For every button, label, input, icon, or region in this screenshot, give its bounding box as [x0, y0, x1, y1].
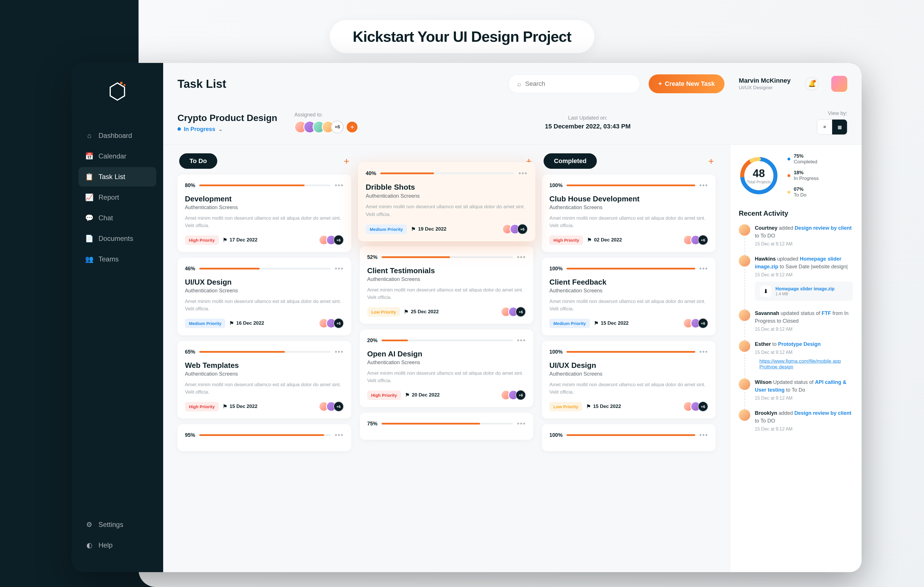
- progress-pct: 100%: [549, 432, 563, 438]
- nav-label: Help: [99, 541, 112, 549]
- flag-icon: ⚑: [587, 237, 592, 243]
- card-menu-icon[interactable]: •••: [699, 265, 708, 273]
- app-logo[interactable]: [106, 80, 129, 103]
- activity-link[interactable]: Design review by client: [794, 410, 851, 416]
- svg-rect-2: [124, 84, 125, 86]
- card-menu-icon[interactable]: •••: [699, 348, 708, 356]
- nav-documents[interactable]: 📄Documents: [78, 229, 156, 248]
- assignee-more[interactable]: +6: [331, 121, 343, 133]
- card-description: Amet minim mollit non deserunt ullamco e…: [185, 215, 344, 229]
- progress-pct: 95%: [185, 432, 195, 438]
- chevron-down-icon: ⌄: [218, 126, 223, 132]
- card-avatar-more[interactable]: +6: [515, 307, 526, 317]
- card-avatars[interactable]: +6: [686, 318, 708, 329]
- card-footer: Medium Priority ⚑16 Dec 2022 +6: [185, 318, 344, 329]
- add-card-button[interactable]: +: [708, 156, 714, 167]
- nav-task-list[interactable]: 📋Task List: [78, 167, 156, 186]
- card-avatar-more[interactable]: +6: [333, 401, 344, 412]
- report-icon: 📈: [85, 193, 93, 201]
- view-buttons: ≡ ▦: [817, 119, 847, 135]
- card-avatars[interactable]: +6: [503, 390, 526, 400]
- card-menu-icon[interactable]: •••: [699, 431, 708, 439]
- task-card[interactable]: 80% ••• Development Authentication Scree…: [178, 174, 351, 252]
- activity-link[interactable]: Prototype Design: [778, 341, 821, 347]
- progress-bar: [566, 434, 695, 436]
- card-subtitle: Authentication Screens: [549, 288, 708, 294]
- activity-link[interactable]: Design review by client: [795, 225, 851, 231]
- card-avatar-more[interactable]: +6: [517, 224, 528, 235]
- create-task-button[interactable]: + Create New Task: [648, 74, 724, 93]
- nav-teams[interactable]: 👥Teams: [78, 250, 156, 269]
- task-card[interactable]: 40% ••• Dribble Shots Authentication Scr…: [358, 162, 535, 241]
- task-card[interactable]: 52% ••• Client Testimonials Authenticati…: [360, 246, 533, 324]
- search-input[interactable]: [525, 80, 631, 87]
- card-menu-icon[interactable]: •••: [699, 181, 708, 189]
- task-card[interactable]: 95% •••: [178, 424, 351, 451]
- card-avatars[interactable]: +6: [503, 307, 526, 317]
- card-menu-icon[interactable]: •••: [335, 181, 343, 189]
- card-avatars[interactable]: +6: [686, 401, 708, 412]
- card-menu-icon[interactable]: •••: [335, 265, 343, 273]
- card-avatar-more[interactable]: +6: [515, 390, 526, 400]
- file-attachment[interactable]: ⬇ Homepage slider image.zip1.4 MB: [755, 281, 853, 301]
- notification-bell[interactable]: 🔔: [805, 77, 818, 91]
- nav-calendar[interactable]: 📅Calendar: [78, 146, 156, 166]
- nav-label: Task List: [99, 173, 125, 181]
- activity-url[interactable]: https://www.figma.com/file/mobile app Pr…: [755, 358, 853, 370]
- card-avatar-more[interactable]: +6: [698, 318, 708, 329]
- task-card[interactable]: 75% •••: [360, 413, 533, 440]
- card-avatar-more[interactable]: +6: [333, 318, 344, 329]
- card-avatars[interactable]: +6: [322, 318, 344, 329]
- activity-item: Courtney added Design review by client t…: [739, 224, 853, 247]
- card-avatar-more[interactable]: +6: [333, 235, 344, 245]
- card-avatars[interactable]: +6: [505, 224, 528, 235]
- task-card[interactable]: 100% ••• Client Feedback Authentication …: [542, 258, 716, 335]
- card-subtitle: Authentication Screens: [549, 371, 708, 377]
- assigned-avatars[interactable]: +6 +: [294, 121, 358, 133]
- card-avatars[interactable]: +6: [686, 235, 708, 245]
- stat-bullet: [787, 158, 790, 161]
- card-menu-icon[interactable]: •••: [517, 336, 526, 344]
- add-assignee-button[interactable]: +: [346, 121, 358, 133]
- card-avatar-more[interactable]: +6: [698, 401, 708, 412]
- stats-legend: 75%Completed18%In Progress07%To Do: [787, 153, 818, 198]
- nav-settings[interactable]: ⚙Settings: [78, 515, 156, 534]
- task-card[interactable]: 20% ••• Open AI Design Authentication Sc…: [360, 330, 533, 407]
- task-card[interactable]: 100% ••• UI/UX Design Authentication Scr…: [542, 341, 716, 419]
- activity-feed: Courtney added Design review by client t…: [739, 224, 853, 432]
- task-card[interactable]: 46% ••• UI/UX Design Authentication Scre…: [178, 258, 351, 335]
- activity-item: Hawkins uploaded Homepage slider image.z…: [739, 255, 853, 301]
- project-status[interactable]: In Progress ⌄: [178, 126, 277, 132]
- calendar-icon: 📅: [85, 152, 93, 160]
- task-card[interactable]: 65% ••• Web Templates Authentication Scr…: [178, 341, 351, 419]
- flag-icon: ⚑: [404, 309, 409, 315]
- add-card-button[interactable]: +: [344, 156, 350, 167]
- card-avatars[interactable]: +6: [322, 235, 344, 245]
- card-top: 80% •••: [185, 181, 344, 189]
- card-date: ⚑02 Dec 2022: [587, 237, 622, 243]
- activity-avatar: [739, 378, 750, 390]
- user-block[interactable]: Marvin McKinney UI/UX Designer: [739, 77, 790, 91]
- card-menu-icon[interactable]: •••: [517, 253, 526, 261]
- nav-help[interactable]: ◐Help: [78, 536, 156, 555]
- list-view-button[interactable]: ≡: [817, 120, 832, 135]
- nav-chat[interactable]: 💬Chat: [78, 208, 156, 228]
- grid-view-button[interactable]: ▦: [832, 120, 847, 135]
- task-card[interactable]: 100% •••: [542, 424, 716, 451]
- card-avatars[interactable]: +6: [322, 401, 344, 412]
- task-card[interactable]: 100% ••• Club House Development Authenti…: [542, 174, 716, 252]
- card-menu-icon[interactable]: •••: [335, 431, 343, 439]
- nav-report[interactable]: 📈Report: [78, 187, 156, 207]
- activity-body: Esther to Prototype Design 15 Dec at 9:1…: [755, 340, 853, 370]
- card-menu-icon[interactable]: •••: [335, 348, 343, 356]
- nav-dashboard[interactable]: ⌂Dashboard: [78, 126, 156, 145]
- card-menu-icon[interactable]: •••: [517, 420, 526, 428]
- card-subtitle: Authentication Screens: [185, 204, 344, 210]
- card-menu-icon[interactable]: •••: [518, 169, 528, 178]
- user-avatar[interactable]: [831, 76, 847, 92]
- activity-link[interactable]: FTF: [822, 311, 831, 316]
- search-box[interactable]: ⌕: [508, 74, 640, 93]
- card-avatar-more[interactable]: +6: [698, 235, 708, 245]
- app-window: ⌂Dashboard📅Calendar📋Task List📈Report💬Cha…: [71, 63, 861, 572]
- card-footer: Low Priority ⚑25 Dec 2022 +6: [367, 307, 526, 317]
